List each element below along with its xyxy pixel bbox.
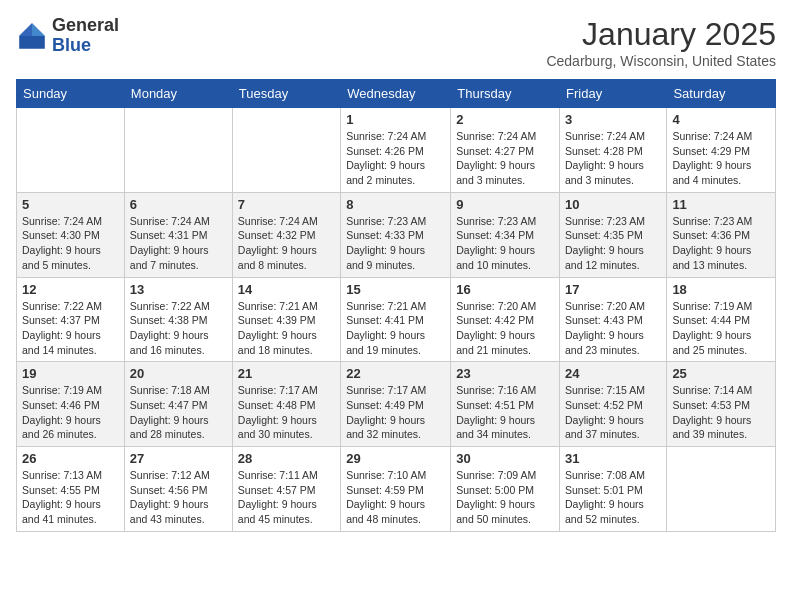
title-block: January 2025 Cedarburg, Wisconsin, Unite… <box>546 16 776 69</box>
page-header: General Blue January 2025 Cedarburg, Wis… <box>16 16 776 69</box>
cell-content: Sunrise: 7:24 AM Sunset: 4:31 PM Dayligh… <box>130 214 227 273</box>
day-number: 30 <box>456 451 554 466</box>
day-number: 24 <box>565 366 661 381</box>
cell-content: Sunrise: 7:11 AM Sunset: 4:57 PM Dayligh… <box>238 468 335 527</box>
day-number: 23 <box>456 366 554 381</box>
calendar-cell: 10Sunrise: 7:23 AM Sunset: 4:35 PM Dayli… <box>560 192 667 277</box>
logo-blue: Blue <box>52 36 119 56</box>
day-number: 10 <box>565 197 661 212</box>
calendar: SundayMondayTuesdayWednesdayThursdayFrid… <box>16 79 776 532</box>
weekday-header-saturday: Saturday <box>667 80 776 108</box>
calendar-cell: 3Sunrise: 7:24 AM Sunset: 4:28 PM Daylig… <box>560 108 667 193</box>
calendar-cell: 29Sunrise: 7:10 AM Sunset: 4:59 PM Dayli… <box>341 447 451 532</box>
day-number: 7 <box>238 197 335 212</box>
cell-content: Sunrise: 7:21 AM Sunset: 4:39 PM Dayligh… <box>238 299 335 358</box>
cell-content: Sunrise: 7:20 AM Sunset: 4:42 PM Dayligh… <box>456 299 554 358</box>
calendar-cell: 27Sunrise: 7:12 AM Sunset: 4:56 PM Dayli… <box>124 447 232 532</box>
day-number: 13 <box>130 282 227 297</box>
calendar-header: SundayMondayTuesdayWednesdayThursdayFrid… <box>17 80 776 108</box>
cell-content: Sunrise: 7:22 AM Sunset: 4:38 PM Dayligh… <box>130 299 227 358</box>
cell-content: Sunrise: 7:21 AM Sunset: 4:41 PM Dayligh… <box>346 299 445 358</box>
cell-content: Sunrise: 7:08 AM Sunset: 5:01 PM Dayligh… <box>565 468 661 527</box>
cell-content: Sunrise: 7:23 AM Sunset: 4:33 PM Dayligh… <box>346 214 445 273</box>
cell-content: Sunrise: 7:24 AM Sunset: 4:26 PM Dayligh… <box>346 129 445 188</box>
calendar-cell: 17Sunrise: 7:20 AM Sunset: 4:43 PM Dayli… <box>560 277 667 362</box>
location: Cedarburg, Wisconsin, United States <box>546 53 776 69</box>
calendar-week-row: 26Sunrise: 7:13 AM Sunset: 4:55 PM Dayli… <box>17 447 776 532</box>
svg-marker-1 <box>32 23 45 36</box>
month-title: January 2025 <box>546 16 776 53</box>
calendar-cell: 18Sunrise: 7:19 AM Sunset: 4:44 PM Dayli… <box>667 277 776 362</box>
calendar-cell: 14Sunrise: 7:21 AM Sunset: 4:39 PM Dayli… <box>232 277 340 362</box>
cell-content: Sunrise: 7:23 AM Sunset: 4:36 PM Dayligh… <box>672 214 770 273</box>
calendar-cell: 25Sunrise: 7:14 AM Sunset: 4:53 PM Dayli… <box>667 362 776 447</box>
calendar-cell: 9Sunrise: 7:23 AM Sunset: 4:34 PM Daylig… <box>451 192 560 277</box>
svg-marker-2 <box>19 23 32 36</box>
cell-content: Sunrise: 7:24 AM Sunset: 4:30 PM Dayligh… <box>22 214 119 273</box>
logo-text: General Blue <box>52 16 119 56</box>
day-number: 8 <box>346 197 445 212</box>
logo-icon <box>16 20 48 52</box>
weekday-header-monday: Monday <box>124 80 232 108</box>
calendar-cell: 31Sunrise: 7:08 AM Sunset: 5:01 PM Dayli… <box>560 447 667 532</box>
calendar-cell: 11Sunrise: 7:23 AM Sunset: 4:36 PM Dayli… <box>667 192 776 277</box>
logo-general: General <box>52 16 119 36</box>
calendar-week-row: 1Sunrise: 7:24 AM Sunset: 4:26 PM Daylig… <box>17 108 776 193</box>
cell-content: Sunrise: 7:18 AM Sunset: 4:47 PM Dayligh… <box>130 383 227 442</box>
calendar-week-row: 12Sunrise: 7:22 AM Sunset: 4:37 PM Dayli… <box>17 277 776 362</box>
cell-content: Sunrise: 7:20 AM Sunset: 4:43 PM Dayligh… <box>565 299 661 358</box>
cell-content: Sunrise: 7:17 AM Sunset: 4:49 PM Dayligh… <box>346 383 445 442</box>
calendar-week-row: 5Sunrise: 7:24 AM Sunset: 4:30 PM Daylig… <box>17 192 776 277</box>
cell-content: Sunrise: 7:24 AM Sunset: 4:28 PM Dayligh… <box>565 129 661 188</box>
day-number: 25 <box>672 366 770 381</box>
calendar-cell: 8Sunrise: 7:23 AM Sunset: 4:33 PM Daylig… <box>341 192 451 277</box>
weekday-header-sunday: Sunday <box>17 80 125 108</box>
logo: General Blue <box>16 16 119 56</box>
calendar-cell: 1Sunrise: 7:24 AM Sunset: 4:26 PM Daylig… <box>341 108 451 193</box>
cell-content: Sunrise: 7:10 AM Sunset: 4:59 PM Dayligh… <box>346 468 445 527</box>
day-number: 4 <box>672 112 770 127</box>
day-number: 11 <box>672 197 770 212</box>
day-number: 28 <box>238 451 335 466</box>
calendar-cell: 28Sunrise: 7:11 AM Sunset: 4:57 PM Dayli… <box>232 447 340 532</box>
calendar-cell <box>17 108 125 193</box>
day-number: 16 <box>456 282 554 297</box>
weekday-header-thursday: Thursday <box>451 80 560 108</box>
day-number: 21 <box>238 366 335 381</box>
cell-content: Sunrise: 7:24 AM Sunset: 4:29 PM Dayligh… <box>672 129 770 188</box>
day-number: 1 <box>346 112 445 127</box>
cell-content: Sunrise: 7:23 AM Sunset: 4:34 PM Dayligh… <box>456 214 554 273</box>
calendar-cell: 23Sunrise: 7:16 AM Sunset: 4:51 PM Dayli… <box>451 362 560 447</box>
cell-content: Sunrise: 7:14 AM Sunset: 4:53 PM Dayligh… <box>672 383 770 442</box>
cell-content: Sunrise: 7:12 AM Sunset: 4:56 PM Dayligh… <box>130 468 227 527</box>
cell-content: Sunrise: 7:15 AM Sunset: 4:52 PM Dayligh… <box>565 383 661 442</box>
day-number: 26 <box>22 451 119 466</box>
cell-content: Sunrise: 7:13 AM Sunset: 4:55 PM Dayligh… <box>22 468 119 527</box>
day-number: 18 <box>672 282 770 297</box>
day-number: 5 <box>22 197 119 212</box>
cell-content: Sunrise: 7:16 AM Sunset: 4:51 PM Dayligh… <box>456 383 554 442</box>
day-number: 3 <box>565 112 661 127</box>
calendar-cell: 26Sunrise: 7:13 AM Sunset: 4:55 PM Dayli… <box>17 447 125 532</box>
cell-content: Sunrise: 7:19 AM Sunset: 4:44 PM Dayligh… <box>672 299 770 358</box>
cell-content: Sunrise: 7:22 AM Sunset: 4:37 PM Dayligh… <box>22 299 119 358</box>
calendar-cell: 21Sunrise: 7:17 AM Sunset: 4:48 PM Dayli… <box>232 362 340 447</box>
day-number: 20 <box>130 366 227 381</box>
cell-content: Sunrise: 7:09 AM Sunset: 5:00 PM Dayligh… <box>456 468 554 527</box>
day-number: 2 <box>456 112 554 127</box>
cell-content: Sunrise: 7:24 AM Sunset: 4:27 PM Dayligh… <box>456 129 554 188</box>
calendar-cell: 4Sunrise: 7:24 AM Sunset: 4:29 PM Daylig… <box>667 108 776 193</box>
calendar-body: 1Sunrise: 7:24 AM Sunset: 4:26 PM Daylig… <box>17 108 776 532</box>
cell-content: Sunrise: 7:24 AM Sunset: 4:32 PM Dayligh… <box>238 214 335 273</box>
calendar-cell: 6Sunrise: 7:24 AM Sunset: 4:31 PM Daylig… <box>124 192 232 277</box>
calendar-week-row: 19Sunrise: 7:19 AM Sunset: 4:46 PM Dayli… <box>17 362 776 447</box>
day-number: 6 <box>130 197 227 212</box>
cell-content: Sunrise: 7:19 AM Sunset: 4:46 PM Dayligh… <box>22 383 119 442</box>
day-number: 9 <box>456 197 554 212</box>
calendar-cell: 5Sunrise: 7:24 AM Sunset: 4:30 PM Daylig… <box>17 192 125 277</box>
calendar-cell: 7Sunrise: 7:24 AM Sunset: 4:32 PM Daylig… <box>232 192 340 277</box>
calendar-cell: 22Sunrise: 7:17 AM Sunset: 4:49 PM Dayli… <box>341 362 451 447</box>
calendar-cell <box>667 447 776 532</box>
day-number: 12 <box>22 282 119 297</box>
day-number: 29 <box>346 451 445 466</box>
